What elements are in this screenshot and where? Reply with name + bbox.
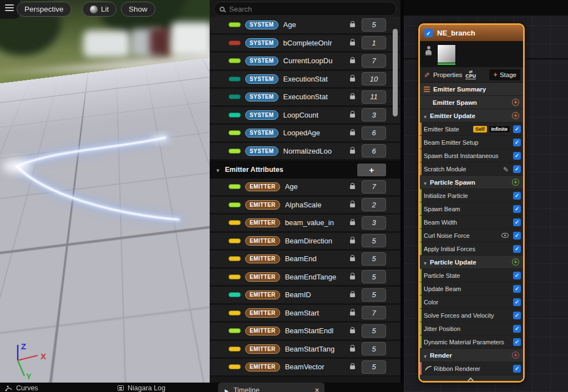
attribute-row[interactable]: EMITTER BeamStartTang 5 (210, 341, 400, 359)
properties-row[interactable]: Properties ⇄ CPU + Stage (420, 67, 523, 83)
stack-row[interactable]: Emitter Summary (420, 83, 523, 95)
stack-row[interactable]: Particle Spawn (420, 176, 523, 189)
attribute-row[interactable]: EMITTER Age 7 (210, 179, 400, 197)
module-enabled-checkbox[interactable] (513, 152, 521, 160)
attribute-count[interactable]: 5 (362, 234, 386, 247)
module-enabled-checkbox[interactable] (513, 298, 521, 306)
attribute-row[interactable]: EMITTER BeamEnd 5 (210, 251, 400, 269)
add-module-icon[interactable] (512, 99, 519, 106)
module-enabled-checkbox[interactable] (513, 272, 521, 279)
stack-row[interactable]: Beam Width (420, 216, 523, 228)
emitter-thumbnail[interactable] (437, 44, 456, 63)
attribute-count[interactable]: 3 (362, 108, 386, 121)
attribute-count[interactable]: 6 (362, 144, 386, 157)
attribute-count[interactable]: 10 (362, 72, 386, 85)
emitter-node-header[interactable]: NE_branch (420, 25, 523, 42)
module-enabled-checkbox[interactable] (513, 312, 521, 319)
attribute-count[interactable]: 2 (362, 198, 386, 211)
attribute-count[interactable]: 6 (362, 126, 386, 140)
stack-row[interactable]: Dynamic Material Parameters (420, 335, 523, 348)
attribute-row[interactable]: EMITTER AlphaScale 2 (210, 197, 400, 215)
attribute-count[interactable]: 5 (362, 270, 386, 283)
tab-timeline[interactable]: Timeline (218, 383, 324, 392)
attribute-row[interactable]: EMITTER BeamStart 7 (210, 305, 400, 323)
tab-niagara-log[interactable]: Niagara Log (118, 384, 165, 392)
attribute-row[interactable]: EMITTER BeamDirection 5 (210, 233, 400, 251)
module-enabled-checkbox[interactable] (513, 285, 521, 293)
chevron-down-icon[interactable] (424, 350, 427, 360)
chevron-down-icon[interactable] (424, 177, 427, 187)
module-enabled-checkbox[interactable] (513, 365, 521, 373)
chevron-down-icon[interactable] (424, 111, 427, 121)
module-enabled-checkbox[interactable] (513, 245, 521, 253)
attribute-row[interactable]: EMITTER BeamID 5 (210, 287, 400, 305)
attribute-count[interactable]: 7 (362, 54, 386, 68)
add-attribute-button[interactable]: + (357, 164, 386, 176)
chevron-down-icon[interactable] (216, 165, 220, 175)
module-enabled-checkbox[interactable] (513, 139, 521, 146)
collapse-stack-button[interactable] (420, 375, 523, 383)
attribute-row[interactable]: SYSTEM ExecutionStat 11 (210, 89, 400, 107)
tab-curves[interactable]: Curves (4, 384, 38, 392)
stack-row[interactable]: Particle State (420, 269, 523, 282)
module-extra-icon[interactable] (501, 233, 509, 238)
stack-row[interactable]: Render (420, 349, 523, 362)
module-enabled-checkbox[interactable] (513, 232, 521, 240)
lit-mode-button[interactable]: Lit (82, 2, 116, 17)
stack-row[interactable]: Update Beam (420, 282, 523, 295)
chevron-down-icon[interactable] (424, 257, 427, 267)
stack-row[interactable]: Beam Emitter Setup (420, 136, 523, 149)
attribute-row[interactable]: SYSTEM ExecutionStat 10 (210, 71, 400, 89)
stack-row[interactable]: Spawn Burst Instantaneous (420, 149, 523, 162)
attribute-count[interactable]: 7 (362, 306, 386, 319)
attribute-row[interactable]: SYSTEM Age 5 (210, 17, 400, 35)
attribute-row[interactable]: EMITTER beam_value_in 3 (210, 215, 400, 233)
stack-row[interactable]: Spawn Beam (420, 202, 523, 215)
add-module-icon[interactable] (512, 179, 519, 186)
attribute-count[interactable]: 11 (362, 90, 386, 104)
stack-row[interactable]: Scratch Module (420, 162, 523, 175)
node-graph-panel[interactable]: NE_branch Properties ⇄ CPU + Stage (404, 0, 568, 392)
attribute-row[interactable]: SYSTEM LoopedAge 6 (210, 125, 400, 143)
module-enabled-checkbox[interactable] (513, 325, 521, 333)
close-icon[interactable] (315, 386, 319, 392)
attribute-row[interactable]: SYSTEM LoopCount 3 (210, 107, 400, 125)
stack-row[interactable]: Curl Noise Force (420, 229, 523, 242)
attribute-count[interactable]: 1 (362, 36, 386, 49)
emitter-attributes-header[interactable]: Emitter Attributes + (210, 161, 400, 179)
stack-row[interactable]: Emitter Update (420, 109, 523, 122)
attribute-row[interactable]: SYSTEM CurrentLoopDu 7 (210, 53, 400, 71)
stack-row[interactable]: Particle Update (420, 256, 523, 268)
attribute-row[interactable]: SYSTEM bCompleteOnIr 1 (210, 35, 400, 53)
viewport-3d[interactable]: Perspective Lit Show Z X Y (0, 0, 210, 383)
emitter-node-card[interactable]: NE_branch Properties ⇄ CPU + Stage (418, 23, 525, 383)
scrollbar-thumb[interactable] (393, 29, 398, 116)
stack-row[interactable]: Solve Forces and Velocity (420, 309, 523, 322)
perspective-button[interactable]: Perspective (17, 2, 72, 17)
attribute-row[interactable]: EMITTER BeamVector 5 (210, 359, 400, 377)
stack-row[interactable]: Ribbon Renderer (420, 362, 523, 375)
attribute-count[interactable]: 5 (362, 252, 386, 266)
module-enabled-checkbox[interactable] (513, 165, 521, 173)
add-module-icon[interactable] (512, 112, 519, 119)
attribute-count[interactable]: 7 (362, 180, 386, 194)
module-enabled-checkbox[interactable] (513, 205, 521, 213)
module-enabled-checkbox[interactable] (513, 338, 521, 346)
search-bar[interactable] (214, 2, 397, 16)
module-enabled-checkbox[interactable] (513, 192, 521, 200)
stack-row[interactable]: Initialize Particle (420, 189, 523, 202)
attribute-row[interactable]: EMITTER BeamStartEndl 5 (210, 323, 400, 341)
stack-row[interactable]: Apply Initial Forces (420, 242, 523, 255)
attribute-row[interactable]: EMITTER BeamEndTange 5 (210, 269, 400, 287)
module-enabled-checkbox[interactable] (513, 125, 521, 133)
attribute-count[interactable]: 5 (362, 324, 386, 338)
emitter-enabled-checkbox[interactable] (424, 29, 433, 37)
add-module-icon[interactable] (512, 258, 519, 266)
module-enabled-checkbox[interactable] (513, 218, 521, 226)
stack-row[interactable]: Color (420, 296, 523, 308)
stack-row[interactable]: Emitter Spawn (420, 96, 523, 109)
add-stage-button[interactable]: + Stage (489, 69, 520, 80)
stack-row[interactable]: Emitter State Self Infinite (420, 123, 523, 135)
search-input[interactable] (229, 5, 390, 13)
attribute-count[interactable]: 5 (362, 360, 386, 374)
